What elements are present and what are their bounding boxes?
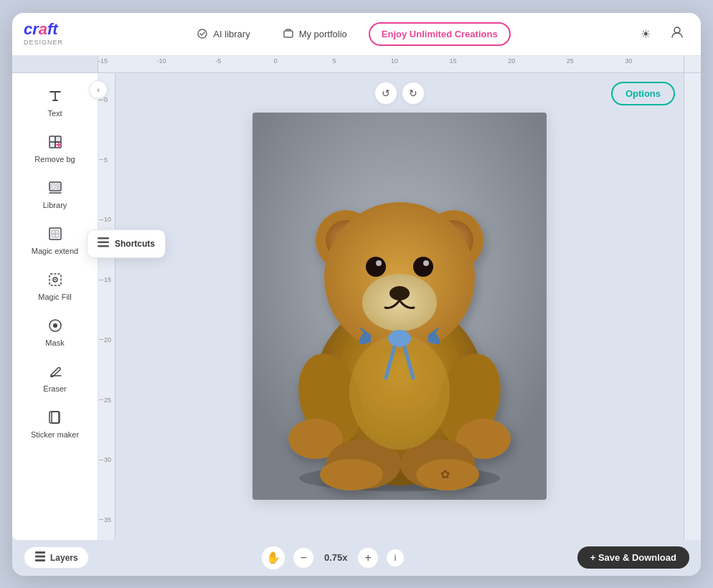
hand-icon: ✋: [266, 551, 280, 564]
zoom-minus-button[interactable]: −: [293, 547, 314, 569]
tool-magic-extend[interactable]: Magic extend: [12, 217, 98, 262]
layers-label: Layers: [50, 553, 78, 563]
layers-icon: [34, 551, 46, 564]
tool-mask[interactable]: Mask: [12, 308, 98, 354]
ruler-tick: 15: [450, 56, 457, 73]
svg-point-41: [320, 459, 383, 490]
ruler-v-tick: 5: [99, 156, 108, 163]
bottom-left-controls: Layers: [24, 546, 89, 569]
ruler-v-tick: 30: [99, 456, 111, 463]
svg-rect-23: [49, 412, 60, 423]
svg-text:✿: ✿: [440, 468, 450, 480]
top-right-controls: ☀: [633, 22, 689, 46]
options-button[interactable]: Options: [611, 82, 675, 105]
undo-icon: ↺: [382, 87, 390, 99]
svg-point-45: [362, 274, 437, 331]
ruler-tick: -10: [157, 56, 166, 73]
shortcuts-menu-icon: [98, 237, 109, 250]
ruler-tick: -5: [215, 56, 221, 73]
svg-rect-26: [98, 241, 109, 243]
library-label: Library: [43, 201, 67, 209]
ai-library-label: AI library: [213, 29, 250, 39]
main-area: ‹ Text: [12, 73, 701, 540]
portfolio-icon: [282, 27, 295, 40]
bottom-bar: Layers ✋ − 0.75x + i + Save & Download: [12, 540, 701, 576]
ruler-v-tick: 15: [99, 276, 111, 283]
right-ruler: [684, 73, 701, 540]
svg-rect-3: [49, 136, 55, 142]
ruler-tick: 20: [508, 56, 515, 73]
plus-icon: +: [365, 551, 372, 564]
svg-rect-10: [51, 184, 55, 189]
canvas-area: 05101520253035 ↺ ↻ Options: [98, 73, 701, 540]
vertical-ruler: 05101520253035: [98, 73, 115, 540]
save-download-button[interactable]: + Save & Download: [577, 546, 689, 569]
tool-text[interactable]: Text: [12, 79, 98, 125]
top-bar: craft DESIGNER AI library: [12, 13, 701, 56]
unlimited-creations-button[interactable]: Enjoy Unlimited Creations: [369, 22, 511, 46]
logo-craft-text: craft: [24, 22, 63, 37]
magic-fill-label: Magic Fill: [38, 293, 71, 301]
ruler-tick: 25: [567, 56, 574, 73]
canvas-content[interactable]: ↺ ↻ Options: [115, 73, 684, 540]
top-center-nav: AI library My portfolio Enjoy Unlimited …: [186, 22, 510, 46]
mask-label: Mask: [45, 338, 64, 347]
tool-magic-fill[interactable]: Magic Fill: [12, 262, 98, 308]
my-portfolio-button[interactable]: My portfolio: [272, 22, 357, 45]
svg-rect-11: [57, 184, 60, 186]
ruler-tick: -15: [98, 56, 108, 73]
bottom-right-controls: + Save & Download: [577, 546, 689, 569]
svg-point-46: [366, 257, 386, 277]
horizontal-ruler: -15-10-505101520253035: [12, 56, 701, 73]
sun-icon: ☀: [641, 27, 651, 41]
chevron-left-icon: ‹: [97, 85, 100, 94]
svg-rect-55: [35, 559, 45, 561]
ruler-tick: 10: [391, 56, 398, 73]
hand-tool-button[interactable]: ✋: [261, 546, 285, 570]
ruler-v-tick: 35: [99, 516, 111, 523]
tool-remove-bg[interactable]: Remove bg: [12, 125, 98, 171]
svg-point-49: [423, 260, 429, 266]
canvas-image[interactable]: ✿: [252, 113, 547, 500]
svg-rect-4: [55, 136, 61, 142]
svg-rect-12: [57, 187, 60, 189]
ai-library-button[interactable]: AI library: [186, 22, 260, 45]
svg-rect-54: [35, 556, 45, 558]
left-sidebar: ‹ Text: [12, 73, 98, 540]
ruler-corner-right: [684, 56, 701, 73]
app-window: craft DESIGNER AI library: [12, 13, 701, 576]
info-button[interactable]: i: [386, 549, 405, 567]
bottom-center-controls: ✋ − 0.75x + i: [261, 546, 405, 570]
minus-icon: −: [301, 551, 307, 564]
tool-sticker-maker[interactable]: Sticker maker: [12, 400, 98, 446]
shortcuts-popup[interactable]: Shortcuts: [87, 229, 166, 258]
collapse-sidebar-button[interactable]: ‹: [89, 80, 108, 99]
bear-image-background: ✿: [252, 113, 547, 500]
tool-library[interactable]: Library: [12, 171, 98, 217]
logo: craft DESIGNER: [24, 22, 63, 46]
ai-library-icon: [196, 27, 209, 40]
magic-extend-icon: [45, 224, 65, 244]
ruler-v-tick: 25: [99, 397, 111, 404]
user-icon: [670, 25, 684, 42]
sticker-maker-label: Sticker maker: [31, 430, 79, 439]
layers-button[interactable]: Layers: [24, 546, 89, 569]
redo-icon: ↻: [409, 87, 417, 99]
svg-rect-53: [35, 551, 45, 554]
remove-bg-icon: [45, 132, 65, 152]
svg-point-44: [349, 335, 450, 450]
library-icon: [45, 178, 65, 198]
user-account-button[interactable]: [665, 22, 689, 46]
svg-point-51: [388, 330, 411, 347]
undo-redo-controls: ↺ ↻: [374, 82, 425, 105]
svg-point-48: [376, 260, 382, 266]
svg-rect-5: [49, 142, 55, 148]
redo-button[interactable]: ↻: [402, 82, 425, 105]
sun-theme-button[interactable]: ☀: [633, 22, 658, 46]
zoom-plus-button[interactable]: +: [357, 547, 379, 569]
svg-rect-24: [52, 412, 59, 423]
tool-eraser[interactable]: Eraser: [12, 354, 98, 400]
svg-point-47: [413, 257, 433, 277]
svg-point-2: [674, 27, 680, 33]
undo-button[interactable]: ↺: [374, 82, 397, 105]
